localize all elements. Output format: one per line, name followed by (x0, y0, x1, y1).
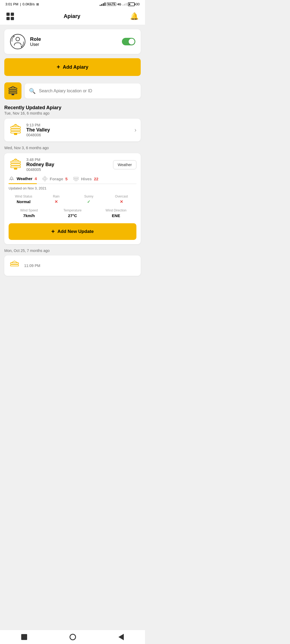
tab-weather[interactable]: Weather 4 (9, 176, 37, 184)
search-icon: 🔍 (29, 88, 36, 94)
search-container: 🔍 (25, 83, 141, 98)
forage-tab-icon (42, 176, 48, 181)
volte-icon: VoLTE (107, 2, 116, 6)
tab-forage-count: 5 (65, 177, 67, 181)
weather-tab-icon (9, 176, 15, 181)
apiary-id: 0048006 (26, 133, 50, 137)
weather-tabs: Weather 4 Forage 5 (9, 176, 136, 184)
apiary-name: The Valley (26, 127, 50, 133)
main-content: Role User + Add Apiary 🔍 Recent (0, 25, 145, 302)
tab-weather-label: Weather (17, 176, 32, 181)
svg-rect-17 (14, 168, 17, 170)
rain-value: ✕ (41, 199, 71, 204)
page-title: Apiary (64, 13, 80, 19)
chevron-right-icon[interactable]: › (135, 127, 136, 134)
data-icon: ⊠ (36, 2, 39, 6)
role-avatar-icon (10, 34, 26, 50)
svg-point-18 (10, 177, 13, 180)
status-bar: 3:01 PM | 0.0KB/s ⊠ VoLTE 4G 30 (0, 0, 145, 8)
wind-speed-item: Wind Speed 7km/h (9, 208, 49, 218)
status-network-speed: 0.0KB/s (23, 2, 35, 6)
hives-tab-icon (73, 176, 79, 181)
add-update-button[interactable]: + Add New Update (9, 223, 136, 240)
apiary-details-2: 3:48 PM Rodney Bay 0048005 (26, 158, 54, 172)
svg-rect-26 (74, 177, 78, 178)
role-label: Role (30, 36, 41, 42)
battery-icon (128, 2, 135, 6)
search-row: 🔍 (4, 82, 141, 100)
apiary-details: 9:13 PM The Valley 0048006 (26, 123, 50, 137)
svg-rect-6 (9, 92, 17, 94)
apiary-hive-icon (4, 82, 21, 100)
status-speed: | (20, 2, 21, 6)
rain-item: Rain ✕ (41, 195, 71, 204)
temperature-item: Temperature 27°C (52, 208, 93, 218)
apiary-id-2: 0048005 (26, 167, 54, 172)
sunny-value: ✓ (74, 199, 104, 204)
apiary-hive-icon-rodney (9, 158, 23, 172)
wind-status-item: Wind Status Normal (9, 195, 39, 204)
svg-rect-8 (11, 127, 20, 128)
search-input[interactable] (39, 89, 136, 93)
apiary-card-rodney: 3:48 PM Rodney Bay 0048005 Weather (4, 153, 141, 244)
apiary-time: 9:13 PM (26, 123, 50, 127)
add-apiary-label: Add Apiary (63, 64, 88, 70)
status-indicators: VoLTE 4G 30 (100, 2, 140, 6)
svg-rect-15 (11, 166, 20, 168)
role-info-left: Role User (10, 34, 41, 50)
entry1-date: Tue, Nov 16, 6 months ago (4, 111, 141, 115)
wind-status-value: Normal (9, 199, 39, 204)
svg-rect-28 (75, 180, 77, 181)
wind-speed-value: 7km/h (9, 213, 49, 218)
svg-rect-12 (14, 133, 17, 135)
sunny-item: Sunny ✓ (74, 195, 104, 204)
weather-row-1: Wind Status Normal Rain ✕ Sunny ✓ Overca… (9, 195, 136, 204)
partial-apiary-card: 11:09 PM (4, 255, 141, 276)
wind-direction-value: ENE (96, 213, 136, 218)
4g-icon: 4G (117, 3, 121, 6)
plus-icon-update: + (51, 228, 55, 235)
hive-building-icon (7, 85, 19, 97)
add-update-label: Add New Update (57, 229, 94, 234)
weather-updated-text: Updated on Nov 3, 2021 (9, 186, 136, 190)
svg-rect-29 (10, 263, 19, 264)
bottom-entry-time: 11:09 PM (24, 264, 40, 268)
svg-rect-14 (11, 164, 20, 165)
role-card: Role User (4, 29, 141, 54)
svg-rect-13 (11, 161, 20, 163)
overcast-item: Overcast ✕ (107, 195, 137, 204)
battery-percent: 30 (136, 2, 140, 6)
add-apiary-button[interactable]: + Add Apiary (4, 58, 141, 76)
temperature-value: 27°C (52, 213, 93, 218)
apiary-hive-icon-valley (9, 123, 23, 137)
svg-rect-10 (11, 131, 20, 133)
role-value: User (30, 42, 41, 47)
svg-point-1 (16, 37, 20, 41)
grid-menu-icon[interactable] (6, 13, 14, 20)
overcast-value: ✕ (107, 199, 137, 204)
tab-weather-count: 4 (35, 176, 37, 181)
entry2-date: Wed, Nov 3, 6 months ago (4, 146, 141, 150)
bottom-entry-date: Mon, Oct 25, 7 months ago (4, 248, 141, 253)
apiary-card-valley[interactable]: 9:13 PM The Valley 0048006 › (4, 119, 141, 141)
svg-point-0 (10, 34, 25, 49)
apiary-card-header: 9:13 PM The Valley 0048006 › (9, 123, 136, 137)
tab-forage[interactable]: Forage 5 (42, 176, 67, 184)
more-details-button[interactable]: Weather (113, 160, 136, 169)
apiary-name-2: Rodney Bay (26, 162, 54, 167)
tab-hives-label: Hives (81, 177, 92, 181)
role-toggle[interactable] (122, 38, 135, 45)
role-text: Role User (30, 36, 41, 47)
apiary-left-2: 3:48 PM Rodney Bay 0048005 (9, 158, 54, 172)
apiary-hive-icon-bottom (9, 260, 20, 272)
svg-rect-5 (9, 90, 17, 92)
wind-direction-item: Wind Direction ENE (96, 208, 136, 218)
tab-forage-label: Forage (50, 177, 63, 181)
tab-hives-count: 22 (94, 177, 99, 181)
svg-rect-30 (10, 265, 19, 266)
section-title: Recently Updated Apiary (4, 105, 141, 111)
apiary-left: 9:13 PM The Valley 0048006 (9, 123, 50, 137)
signal-icon (100, 2, 106, 6)
notification-bell-icon[interactable]: 🔔 (130, 12, 139, 20)
tab-hives[interactable]: Hives 22 (73, 176, 99, 184)
